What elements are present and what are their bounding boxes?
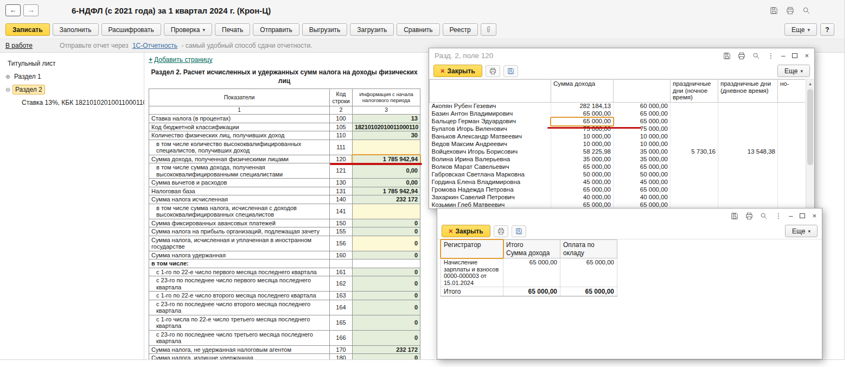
list-row[interactable]: Громова Надежда Петровна 65 000,00 65 00…: [430, 186, 806, 194]
row-value-170[interactable]: 232 172: [353, 345, 420, 354]
minimize-icon[interactable]: –: [789, 212, 793, 219]
row-value-166[interactable]: 0: [353, 330, 420, 345]
salary-cell[interactable]: 60 000,00: [614, 103, 671, 110]
list-row[interactable]: Волков Марат Савельевич 65 000,00 65 000…: [430, 163, 806, 171]
employee-name[interactable]: Козьмин Глеб Матвеевич: [430, 201, 551, 209]
list-row[interactable]: Козьмин Глеб Матвеевич 65 000,00 65 000,…: [430, 201, 806, 209]
salary-cell[interactable]: 65 000,00: [614, 163, 671, 171]
list-row[interactable]: Габровская Светлана Марковна 50 000,00 5…: [430, 171, 806, 179]
row-value-165[interactable]: 0: [353, 315, 420, 330]
night-cell[interactable]: [671, 118, 718, 125]
employee-name[interactable]: Булатов Игорь Виленович: [430, 125, 551, 133]
day-cell[interactable]: [718, 125, 778, 133]
row-value-141[interactable]: [353, 204, 420, 219]
save-icon[interactable]: [723, 52, 731, 60]
salary-cell[interactable]: 40 000,00: [614, 194, 671, 201]
row-value-111[interactable]: [353, 140, 420, 155]
night-cell[interactable]: [671, 194, 718, 201]
collapse-icon[interactable]: ⊖: [4, 86, 11, 93]
day-cell[interactable]: [718, 194, 778, 201]
row-value-110[interactable]: 30: [353, 131, 420, 140]
night-cell[interactable]: [671, 179, 718, 186]
kebab-menu-icon[interactable]: ⋮: [767, 52, 774, 59]
close-icon[interactable]: ×: [812, 212, 816, 219]
salary-cell[interactable]: 65 000,00: [560, 287, 617, 296]
day-cell[interactable]: [718, 118, 778, 125]
employee-name[interactable]: Войцехович Игорь Борисович: [430, 148, 551, 156]
total-cell[interactable]: 65 000,00: [503, 287, 560, 296]
salary-cell[interactable]: 35 000,00: [614, 148, 671, 156]
total-cell[interactable]: 65 000,00: [503, 258, 560, 287]
forward-button[interactable]: →: [23, 4, 39, 16]
export-button[interactable]: Выгрузить: [302, 23, 348, 36]
list-row[interactable]: Начисление зарплаты и взносов 0000-00000…: [441, 258, 617, 287]
day-cell[interactable]: 13 548,38: [718, 148, 778, 156]
day-cell[interactable]: [718, 103, 778, 110]
income-cell[interactable]: 65 000,00: [551, 110, 614, 118]
salary-cell[interactable]: 65 000,00: [614, 186, 671, 194]
row-value-121[interactable]: 0,00: [353, 163, 420, 179]
find-icon[interactable]: [802, 7, 810, 15]
income-cell[interactable]: 35 000,00: [551, 156, 614, 163]
compare-button[interactable]: Сравнить: [397, 23, 439, 36]
decrypt-button[interactable]: Расшифровать: [101, 23, 161, 36]
print-icon[interactable]: [745, 212, 753, 220]
salary-cell[interactable]: 45 000,00: [614, 179, 671, 186]
employee-name[interactable]: Бальцер Герман Эдуардович: [430, 118, 551, 125]
income-cell[interactable]: 10 000,00: [551, 133, 614, 141]
row-value-140[interactable]: 232 172: [353, 195, 420, 204]
fill-button[interactable]: Заполнить: [53, 23, 99, 36]
row-value-131[interactable]: 1 785 942,94: [353, 187, 420, 195]
sidebar-item-title-page[interactable]: Титульный лист: [0, 57, 144, 70]
save-icon[interactable]: [512, 225, 526, 237]
salary-cell[interactable]: 10 000,00: [614, 141, 671, 148]
employee-name[interactable]: Акопян Рубен Гезевич: [430, 103, 551, 110]
save-button[interactable]: Записать: [5, 23, 50, 36]
maximize-icon[interactable]: [792, 53, 797, 58]
row-value-161[interactable]: 0: [353, 268, 420, 276]
salary-cell[interactable]: 65 000,00: [614, 118, 671, 125]
list-row[interactable]: Волина Ирина Валерьевна 35 000,00 35 000…: [430, 156, 806, 163]
night-cell[interactable]: [671, 163, 718, 171]
close-button[interactable]: × Закрыть: [433, 65, 482, 77]
income-cell[interactable]: 65 000,00: [551, 186, 614, 194]
row-value-163[interactable]: 0: [353, 292, 420, 300]
salary-cell[interactable]: 65 000,00: [614, 201, 671, 209]
row-value-155[interactable]: 0: [353, 227, 420, 236]
back-button[interactable]: ←: [5, 4, 21, 16]
row-value-162[interactable]: 0: [353, 276, 420, 292]
row-value-105[interactable]: 18210102010011000110: [353, 123, 420, 131]
salary-cell[interactable]: 10 000,00: [614, 133, 671, 141]
find-icon[interactable]: [760, 212, 768, 220]
totals-row[interactable]: Итого 65 000,00 65 000,00: [441, 287, 617, 296]
kebab-menu-icon[interactable]: ⋮: [775, 212, 782, 219]
print-icon[interactable]: [494, 225, 508, 237]
find-icon[interactable]: [752, 52, 760, 60]
row-value-180[interactable]: 0: [353, 354, 420, 359]
registrar-cell[interactable]: Начисление зарплаты и взносов 0000-00000…: [441, 258, 503, 287]
list-row[interactable]: Войцехович Игорь Борисович 58 225,98 35 …: [430, 148, 806, 156]
save-icon[interactable]: [503, 65, 518, 77]
income-cell[interactable]: 75 000,00: [551, 125, 614, 133]
print-icon[interactable]: [786, 7, 794, 15]
employee-name[interactable]: Габровская Светлана Марковна: [430, 171, 551, 179]
list-row[interactable]: Булатов Игорь Виленович 75 000,00 75 000…: [430, 125, 806, 133]
more-button[interactable]: Еще ▾: [777, 65, 810, 77]
send-button[interactable]: Отправить: [253, 23, 299, 36]
print-icon[interactable]: [486, 65, 500, 77]
day-cell[interactable]: [718, 179, 778, 186]
income-cell[interactable]: 58 225,98: [551, 148, 614, 156]
minimize-icon[interactable]: –: [781, 52, 785, 59]
night-cell[interactable]: [671, 156, 718, 163]
employee-name[interactable]: Базин Антон Владимирович: [430, 110, 551, 118]
more-button[interactable]: Еще ▾: [784, 23, 817, 36]
list-row[interactable]: Бальцер Герман Эдуардович 65 000,00 65 0…: [430, 118, 806, 125]
income-cell-highlighted[interactable]: 65 000,00: [551, 118, 614, 125]
add-page-link[interactable]: +Добавить страницу: [149, 56, 212, 64]
salary-cell[interactable]: 65 000,00: [560, 258, 617, 287]
day-cell[interactable]: [718, 171, 778, 179]
night-cell[interactable]: [671, 133, 718, 141]
expand-icon[interactable]: ⊕: [4, 73, 11, 80]
income-cell[interactable]: 40 000,00: [551, 194, 614, 201]
scroll-up-icon[interactable]: ▲: [806, 80, 814, 88]
